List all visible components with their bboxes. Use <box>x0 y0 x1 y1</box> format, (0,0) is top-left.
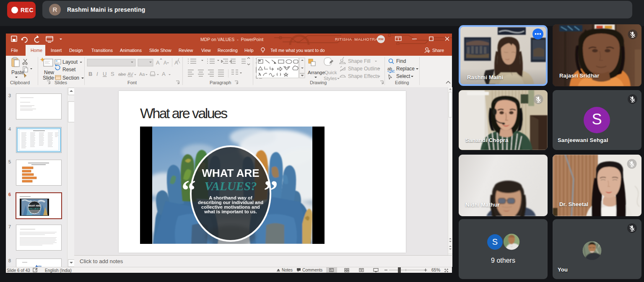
svg-text:Layout: Layout <box>62 59 78 65</box>
svg-text:Select: Select <box>396 73 410 79</box>
svg-text:Reset: Reset <box>62 67 76 72</box>
svg-text:Clipboard: Clipboard <box>10 80 30 85</box>
svg-text:VALUES?: VALUES? <box>204 179 257 193</box>
svg-text:”: ” <box>264 174 278 206</box>
svg-text:Slide: Slide <box>43 75 54 81</box>
svg-text:Font: Font <box>127 80 137 85</box>
svg-text:Aa: Aa <box>139 72 145 77</box>
svg-text:Paragraph: Paragraph <box>210 80 231 85</box>
svg-text:Arrange: Arrange <box>308 70 325 75</box>
svg-text:Notes: Notes <box>282 268 293 272</box>
svg-text:AV: AV <box>127 72 134 77</box>
svg-text:Shape Effects: Shape Effects <box>348 73 379 79</box>
svg-text:“: “ <box>182 174 196 206</box>
svg-text:Comments: Comments <box>302 268 322 272</box>
svg-text:Find: Find <box>396 58 406 64</box>
svg-text:S: S <box>111 71 114 77</box>
svg-text:Drawing: Drawing <box>310 80 327 85</box>
svg-text:Replace: Replace <box>396 66 415 72</box>
svg-text:I: I <box>96 71 98 77</box>
svg-text:Paste: Paste <box>11 70 24 75</box>
svg-text:Editing: Editing <box>395 80 409 85</box>
svg-text:A: A <box>164 60 167 66</box>
svg-text:B: B <box>88 71 92 77</box>
svg-text:New: New <box>44 70 54 75</box>
svg-text:A: A <box>156 60 160 66</box>
svg-text:U: U <box>103 71 106 77</box>
svg-text:Slides: Slides <box>55 80 67 85</box>
svg-text:A: A <box>174 60 178 66</box>
svg-text:what is important to us.: what is important to us. <box>204 209 257 214</box>
svg-text:Shape Fill: Shape Fill <box>348 58 370 64</box>
svg-text:abe: abe <box>118 72 126 77</box>
svg-text:Quick: Quick <box>325 70 337 75</box>
svg-text:Shape Outline: Shape Outline <box>348 66 380 72</box>
svg-text:65%: 65% <box>431 267 440 272</box>
svg-text:WHAT ARE: WHAT ARE <box>28 204 40 207</box>
svg-text:A: A <box>162 71 166 77</box>
svg-text:VALUES?: VALUES? <box>29 207 40 210</box>
svg-text:ac: ac <box>390 69 395 73</box>
svg-text:WHAT ARE: WHAT ARE <box>202 167 259 179</box>
